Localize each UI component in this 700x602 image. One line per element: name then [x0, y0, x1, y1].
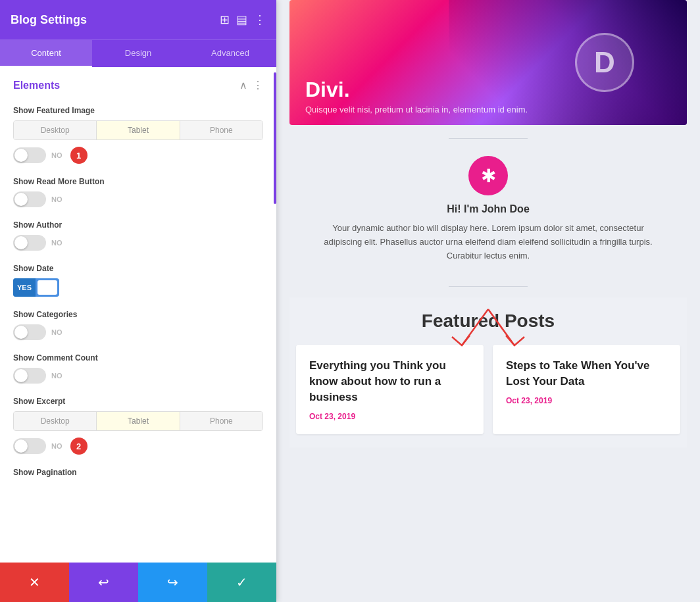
- author-knob: [14, 236, 28, 249]
- badge-2: 2: [70, 438, 88, 455]
- posts-grid: Everything you Think you know about how …: [296, 345, 680, 434]
- read-more-label: Show Read More Button: [13, 177, 263, 186]
- comment-count-toggle[interactable]: [13, 368, 46, 384]
- date-toggle[interactable]: YES: [13, 278, 59, 297]
- comment-count-label: Show Comment Count: [13, 353, 263, 363]
- save-icon: ✓: [236, 574, 247, 590]
- setting-featured-image: Show Featured Image Desktop Tablet Phone…: [0, 99, 276, 170]
- section-header-icons: ∧ ⋮: [239, 79, 263, 91]
- right-panel: Divi. Quisque velit nisi, pretium ut lac…: [276, 0, 700, 602]
- tablet-btn-featured[interactable]: Tablet: [97, 121, 180, 139]
- sidebar-icon[interactable]: ▤: [236, 13, 247, 27]
- pagination-label: Show Pagination: [13, 468, 263, 477]
- categories-toggle-row: NO: [13, 324, 263, 340]
- author-bio: Your dynamic author bio will display her…: [317, 222, 659, 263]
- hero-image: Divi. Quisque velit nisi, pretium ut lac…: [289, 0, 687, 125]
- featured-image-toggle-label: NO: [51, 151, 63, 159]
- scroll-indicator: [274, 72, 276, 204]
- tab-design[interactable]: Design: [92, 40, 184, 67]
- categories-toggle[interactable]: [13, 324, 46, 340]
- tablet-btn-excerpt[interactable]: Tablet: [97, 412, 180, 430]
- featured-posts-section: Featured Posts Everything you Think you …: [289, 297, 687, 447]
- excerpt-toggle[interactable]: [13, 438, 46, 454]
- featured-image-label: Show Featured Image: [13, 106, 263, 115]
- post-title-0: Everything you Think you know about how …: [309, 358, 470, 405]
- cancel-button[interactable]: ✕: [0, 563, 69, 602]
- comment-count-toggle-row: NO: [13, 368, 263, 384]
- setting-read-more: Show Read More Button NO: [0, 170, 276, 214]
- featured-image-toggle-row: NO 1: [13, 147, 263, 164]
- badge-1: 1: [70, 147, 88, 164]
- undo-button[interactable]: ↩: [69, 563, 138, 602]
- date-toggle-row: YES: [13, 278, 263, 297]
- featured-image-knob: [14, 149, 28, 162]
- author-toggle-row: NO: [13, 235, 263, 251]
- categories-knob: [14, 326, 28, 339]
- collapse-icon[interactable]: ∧: [239, 79, 247, 91]
- author-section: ✱ Hi! I'm John Doe Your dynamic author b…: [289, 149, 687, 276]
- excerpt-toggle-label: NO: [51, 442, 63, 450]
- redo-button[interactable]: ↪: [138, 563, 207, 602]
- author-label: Show Author: [13, 220, 263, 230]
- featured-image-device-toggle: Desktop Tablet Phone: [13, 120, 263, 140]
- hero-subtitle: Quisque velit nisi, pretium ut lacinia i…: [305, 105, 528, 114]
- date-label: Show Date: [13, 264, 263, 273]
- featured-image-toggle[interactable]: [13, 147, 46, 163]
- post-date-1: Oct 23, 2019: [506, 396, 667, 405]
- divider-2: [449, 286, 528, 287]
- setting-categories: Show Categories NO: [0, 303, 276, 347]
- comment-count-toggle-label: NO: [51, 372, 63, 380]
- more-icon[interactable]: ⋮: [254, 13, 266, 27]
- phone-btn-excerpt[interactable]: Phone: [180, 412, 262, 430]
- tab-advanced[interactable]: Advanced: [184, 40, 276, 67]
- setting-pagination: Show Pagination: [0, 461, 276, 489]
- cancel-icon: ✕: [29, 574, 40, 590]
- categories-toggle-label: NO: [51, 328, 63, 336]
- header-icons: ⊞ ▤ ⋮: [220, 13, 266, 27]
- hero-title: Divi.: [305, 78, 528, 102]
- author-toggle[interactable]: [13, 235, 46, 251]
- desktop-btn-excerpt[interactable]: Desktop: [14, 412, 97, 430]
- categories-label: Show Categories: [13, 310, 263, 319]
- panel-footer: ✕ ↩ ↪ ✓: [0, 563, 276, 602]
- tab-content[interactable]: Content: [0, 40, 92, 67]
- comment-count-knob: [14, 369, 28, 382]
- author-toggle-label: NO: [51, 239, 63, 247]
- post-card-1: Steps to Take When You've Lost Your Data…: [493, 345, 680, 434]
- excerpt-label: Show Excerpt: [13, 397, 263, 406]
- read-more-toggle-row: NO: [13, 191, 263, 207]
- redo-icon: ↪: [167, 574, 178, 590]
- elements-section-header: Elements ∧ ⋮: [0, 67, 276, 99]
- excerpt-knob: [14, 439, 28, 453]
- author-name: Hi! I'm John Doe: [289, 203, 687, 215]
- post-title-1: Steps to Take When You've Lost Your Data: [506, 358, 667, 389]
- desktop-btn-featured[interactable]: Desktop: [14, 121, 97, 139]
- excerpt-toggle-row: NO 2: [13, 438, 263, 455]
- undo-icon: ↩: [98, 574, 109, 590]
- hero-logo: D: [575, 33, 634, 92]
- divider-1: [449, 138, 528, 139]
- hero-logo-letter: D: [594, 46, 615, 79]
- post-card-0: Everything you Think you know about how …: [296, 345, 484, 434]
- resize-icon[interactable]: ⊞: [220, 13, 230, 27]
- panel-body: Elements ∧ ⋮ Show Featured Image Desktop…: [0, 67, 276, 602]
- author-avatar: ✱: [468, 156, 508, 195]
- phone-btn-featured[interactable]: Phone: [180, 121, 262, 139]
- arrows-graphic: [422, 303, 554, 355]
- date-yes-label: YES: [13, 278, 36, 297]
- read-more-knob: [14, 193, 28, 206]
- panel-header: Blog Settings ⊞ ▤ ⋮: [0, 0, 276, 39]
- section-more-icon[interactable]: ⋮: [253, 79, 263, 91]
- setting-date: Show Date YES: [0, 257, 276, 303]
- read-more-toggle-label: NO: [51, 195, 63, 203]
- panel-title: Blog Settings: [11, 13, 87, 27]
- setting-author: Show Author NO: [0, 214, 276, 257]
- hero-overlay: Divi. Quisque velit nisi, pretium ut lac…: [305, 78, 528, 114]
- post-date-0: Oct 23, 2019: [309, 412, 470, 421]
- read-more-toggle[interactable]: [13, 191, 46, 207]
- date-yes-knob: [38, 280, 57, 295]
- save-button[interactable]: ✓: [207, 563, 276, 602]
- setting-comment-count: Show Comment Count NO: [0, 347, 276, 390]
- elements-section-title: Elements: [13, 80, 60, 91]
- left-panel: Blog Settings ⊞ ▤ ⋮ Content Design Advan…: [0, 0, 276, 602]
